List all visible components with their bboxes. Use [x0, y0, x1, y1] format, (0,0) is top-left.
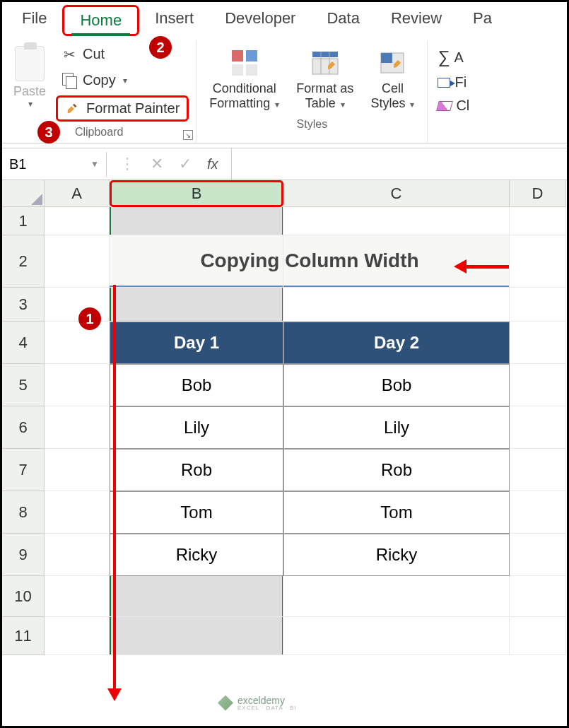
cell[interactable]: [45, 617, 110, 655]
row-header[interactable]: 6: [2, 406, 45, 449]
dots-icon: ⋮: [119, 155, 135, 173]
cell[interactable]: [110, 288, 283, 322]
cell[interactable]: [45, 534, 110, 576]
cell[interactable]: [45, 491, 110, 534]
callout-2: 2: [149, 36, 172, 59]
fat-line1: Format as: [296, 81, 353, 96]
fill-button[interactable]: Fi: [438, 74, 469, 90]
row-header[interactable]: 3: [2, 288, 45, 322]
group-editing: ∑A Fi Cl: [428, 40, 479, 143]
table-cell[interactable]: Lily: [283, 406, 510, 449]
name-box[interactable]: B1 ▼: [2, 152, 107, 177]
row-header[interactable]: 4: [2, 322, 45, 364]
watermark-icon: [218, 695, 233, 711]
cell[interactable]: [510, 449, 566, 491]
annotation-arrow-down: [113, 285, 116, 691]
table-cell[interactable]: Tom: [110, 491, 283, 534]
table-cell[interactable]: Rob: [283, 449, 510, 491]
cell[interactable]: [45, 406, 110, 449]
chevron-down-icon: ▾: [123, 76, 127, 86]
tab-partial[interactable]: Pa: [457, 5, 508, 36]
tab-file[interactable]: File: [6, 5, 62, 36]
cs-line1: Cell: [382, 81, 404, 96]
tab-home[interactable]: Home: [62, 5, 139, 36]
tab-insert[interactable]: Insert: [139, 5, 209, 36]
row-header[interactable]: 9: [2, 534, 45, 576]
svg-rect-4: [312, 52, 338, 57]
watermark-sub: EXCEL · DATA · BI: [237, 705, 297, 711]
format-painter-button[interactable]: Format Painter: [56, 95, 189, 122]
cell[interactable]: [110, 207, 283, 235]
cell[interactable]: [510, 322, 566, 364]
select-all-corner[interactable]: [2, 180, 45, 207]
cell[interactable]: [510, 235, 566, 288]
tab-developer[interactable]: Developer: [209, 5, 311, 36]
col-header-d[interactable]: D: [510, 180, 566, 207]
cell[interactable]: [510, 207, 566, 235]
cell[interactable]: [110, 617, 283, 655]
table-cell[interactable]: Bob: [283, 364, 510, 406]
row-header[interactable]: 8: [2, 491, 45, 534]
tab-review[interactable]: Review: [375, 5, 457, 36]
cancel-icon[interactable]: ✕: [151, 155, 163, 173]
clear-button[interactable]: Cl: [438, 98, 469, 114]
cell[interactable]: [45, 322, 110, 364]
row-header[interactable]: 2: [2, 235, 45, 288]
table-cell[interactable]: Lily: [110, 406, 283, 449]
col-header-c[interactable]: C: [283, 180, 510, 207]
cell[interactable]: [510, 617, 566, 655]
copy-button[interactable]: Copy ▾: [56, 69, 189, 91]
cell-styles-button[interactable]: Cell Styles ▾: [365, 43, 420, 114]
row-header[interactable]: 1: [2, 207, 45, 235]
cell[interactable]: [283, 207, 510, 235]
table-cell[interactable]: Ricky: [110, 534, 283, 576]
watermark: exceldemy EXCEL · DATA · BI: [218, 695, 297, 711]
callout-3: 3: [37, 121, 60, 143]
row-header[interactable]: 7: [2, 449, 45, 491]
col-header-a[interactable]: A: [45, 180, 110, 207]
cell[interactable]: [283, 576, 510, 617]
clipboard-dialog-launcher[interactable]: ↘: [183, 130, 193, 140]
scissors-icon: ✂: [61, 47, 77, 62]
format-table-icon: [308, 46, 342, 80]
row-header[interactable]: 5: [2, 364, 45, 406]
cell[interactable]: [283, 288, 510, 322]
tab-data[interactable]: Data: [311, 5, 375, 36]
table-cell[interactable]: Tom: [283, 491, 510, 534]
paste-button[interactable]: Paste ▾: [9, 43, 50, 112]
cell[interactable]: [510, 288, 566, 322]
autosum-button[interactable]: ∑A: [438, 47, 469, 67]
formula-input[interactable]: [232, 160, 567, 168]
sigma-icon: ∑: [438, 47, 450, 67]
fill-down-icon: [438, 78, 450, 88]
cell[interactable]: [45, 449, 110, 491]
cell[interactable]: [510, 576, 566, 617]
cell[interactable]: [510, 491, 566, 534]
cell[interactable]: [110, 576, 283, 617]
table-cell[interactable]: Bob: [110, 364, 283, 406]
row-header[interactable]: 10: [2, 576, 45, 617]
table-cell[interactable]: Rob: [110, 449, 283, 491]
col-header-b[interactable]: B: [110, 180, 283, 207]
annotation-arrow-left: [465, 265, 509, 269]
cell[interactable]: [283, 617, 510, 655]
cell[interactable]: [45, 364, 110, 406]
cell[interactable]: [45, 576, 110, 617]
styles-group-label: Styles: [297, 118, 328, 134]
row-header[interactable]: 11: [2, 617, 45, 655]
table-header[interactable]: Day 1: [110, 322, 283, 364]
cell[interactable]: [110, 235, 283, 288]
cell[interactable]: [45, 207, 110, 235]
cell[interactable]: [510, 534, 566, 576]
fx-button[interactable]: fx: [207, 156, 218, 172]
cell[interactable]: [510, 406, 566, 449]
conditional-formatting-button[interactable]: Conditional Formatting ▾: [204, 43, 285, 114]
table-cell[interactable]: Ricky: [283, 534, 510, 576]
cell[interactable]: [45, 235, 110, 288]
cell[interactable]: [510, 364, 566, 406]
format-as-table-button[interactable]: Format as Table ▾: [291, 43, 359, 114]
cell[interactable]: [283, 235, 510, 288]
enter-icon[interactable]: ✓: [179, 155, 192, 173]
table-header[interactable]: Day 2: [283, 322, 510, 364]
cs-line2: Styles: [370, 96, 405, 110]
